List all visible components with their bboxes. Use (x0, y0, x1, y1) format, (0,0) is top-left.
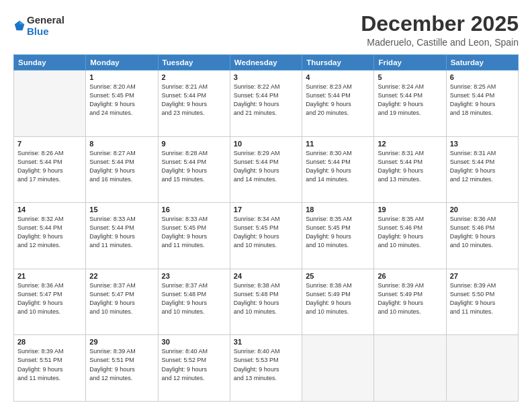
table-row (374, 335, 446, 402)
day-info: Sunrise: 8:37 AM Sunset: 5:47 PM Dayligh… (89, 281, 154, 316)
month-title: December 2025 (361, 12, 519, 36)
table-row: 5Sunrise: 8:24 AM Sunset: 5:44 PM Daylig… (374, 71, 446, 137)
table-row: 29Sunrise: 8:39 AM Sunset: 5:51 PM Dayli… (86, 335, 158, 402)
day-info: Sunrise: 8:39 AM Sunset: 5:51 PM Dayligh… (17, 347, 82, 382)
table-row: 20Sunrise: 8:36 AM Sunset: 5:46 PM Dayli… (446, 203, 518, 269)
table-row: 10Sunrise: 8:29 AM Sunset: 5:44 PM Dayli… (230, 136, 302, 203)
day-info: Sunrise: 8:39 AM Sunset: 5:49 PM Dayligh… (378, 281, 442, 316)
day-number: 17 (234, 205, 298, 214)
day-info: Sunrise: 8:26 AM Sunset: 5:44 PM Dayligh… (17, 149, 82, 184)
calendar-table: Sunday Monday Tuesday Wednesday Thursday… (13, 54, 519, 402)
day-number: 11 (306, 140, 370, 148)
calendar-week-row: 21Sunrise: 8:36 AM Sunset: 5:47 PM Dayli… (14, 269, 519, 335)
table-row: 19Sunrise: 8:35 AM Sunset: 5:46 PM Dayli… (374, 203, 446, 269)
table-row: 15Sunrise: 8:33 AM Sunset: 5:44 PM Dayli… (86, 203, 158, 269)
day-info: Sunrise: 8:37 AM Sunset: 5:48 PM Dayligh… (162, 281, 226, 316)
day-number: 23 (162, 272, 226, 280)
day-number: 8 (89, 140, 154, 148)
day-number: 28 (17, 338, 82, 346)
day-info: Sunrise: 8:40 AM Sunset: 5:53 PM Dayligh… (234, 347, 298, 382)
day-info: Sunrise: 8:28 AM Sunset: 5:44 PM Dayligh… (162, 149, 226, 184)
col-header-tuesday: Tuesday (158, 55, 230, 71)
day-number: 18 (306, 205, 370, 214)
day-number: 24 (234, 272, 298, 280)
table-row: 8Sunrise: 8:27 AM Sunset: 5:44 PM Daylig… (86, 136, 158, 203)
logo-general: General (27, 15, 64, 26)
day-info: Sunrise: 8:25 AM Sunset: 5:44 PM Dayligh… (450, 83, 515, 118)
table-row: 4Sunrise: 8:23 AM Sunset: 5:44 PM Daylig… (302, 71, 374, 137)
day-number: 4 (306, 73, 370, 81)
day-info: Sunrise: 8:38 AM Sunset: 5:49 PM Dayligh… (306, 281, 370, 316)
table-row (446, 335, 518, 402)
day-info: Sunrise: 8:30 AM Sunset: 5:44 PM Dayligh… (306, 149, 370, 184)
day-info: Sunrise: 8:35 AM Sunset: 5:46 PM Dayligh… (378, 215, 442, 250)
table-row: 18Sunrise: 8:35 AM Sunset: 5:45 PM Dayli… (302, 203, 374, 269)
day-info: Sunrise: 8:35 AM Sunset: 5:45 PM Dayligh… (306, 215, 370, 250)
day-info: Sunrise: 8:33 AM Sunset: 5:44 PM Dayligh… (89, 215, 154, 250)
calendar-week-row: 14Sunrise: 8:32 AM Sunset: 5:44 PM Dayli… (14, 203, 519, 269)
table-row: 23Sunrise: 8:37 AM Sunset: 5:48 PM Dayli… (158, 269, 230, 335)
header: General Blue December 2025 Maderuelo, Ca… (13, 12, 519, 48)
day-number: 22 (89, 272, 154, 280)
day-number: 6 (450, 73, 515, 81)
col-header-sunday: Sunday (14, 55, 86, 71)
table-row: 12Sunrise: 8:31 AM Sunset: 5:44 PM Dayli… (374, 136, 446, 203)
table-row: 13Sunrise: 8:31 AM Sunset: 5:44 PM Dayli… (446, 136, 518, 203)
day-number: 15 (89, 205, 154, 214)
table-row (302, 335, 374, 402)
col-header-wednesday: Wednesday (230, 55, 302, 71)
table-row: 11Sunrise: 8:30 AM Sunset: 5:44 PM Dayli… (302, 136, 374, 203)
day-number: 27 (450, 272, 515, 280)
day-number: 14 (17, 205, 82, 214)
day-info: Sunrise: 8:21 AM Sunset: 5:44 PM Dayligh… (162, 83, 226, 118)
day-number: 21 (17, 272, 82, 280)
title-block: December 2025 Maderuelo, Castille and Le… (361, 12, 519, 48)
calendar-week-row: 7Sunrise: 8:26 AM Sunset: 5:44 PM Daylig… (14, 136, 519, 203)
table-row (14, 71, 86, 137)
day-info: Sunrise: 8:39 AM Sunset: 5:51 PM Dayligh… (89, 347, 154, 382)
table-row: 24Sunrise: 8:38 AM Sunset: 5:48 PM Dayli… (230, 269, 302, 335)
day-info: Sunrise: 8:22 AM Sunset: 5:44 PM Dayligh… (234, 83, 298, 118)
table-row: 28Sunrise: 8:39 AM Sunset: 5:51 PM Dayli… (14, 335, 86, 402)
logo-blue: Blue (27, 26, 64, 38)
day-number: 12 (378, 140, 442, 148)
day-number: 16 (162, 205, 226, 214)
day-number: 30 (162, 338, 226, 346)
day-info: Sunrise: 8:36 AM Sunset: 5:47 PM Dayligh… (17, 281, 82, 316)
table-row: 16Sunrise: 8:33 AM Sunset: 5:45 PM Dayli… (158, 203, 230, 269)
day-number: 10 (234, 140, 298, 148)
day-number: 5 (378, 73, 442, 81)
table-row: 30Sunrise: 8:40 AM Sunset: 5:52 PM Dayli… (158, 335, 230, 402)
calendar-week-row: 28Sunrise: 8:39 AM Sunset: 5:51 PM Dayli… (14, 335, 519, 402)
day-number: 9 (162, 140, 226, 148)
day-info: Sunrise: 8:33 AM Sunset: 5:45 PM Dayligh… (162, 215, 226, 250)
day-number: 13 (450, 140, 515, 148)
day-number: 19 (378, 205, 442, 214)
day-info: Sunrise: 8:40 AM Sunset: 5:52 PM Dayligh… (162, 347, 226, 382)
day-number: 1 (89, 73, 154, 81)
day-info: Sunrise: 8:20 AM Sunset: 5:45 PM Dayligh… (89, 83, 154, 118)
table-row: 21Sunrise: 8:36 AM Sunset: 5:47 PM Dayli… (14, 269, 86, 335)
table-row: 17Sunrise: 8:34 AM Sunset: 5:45 PM Dayli… (230, 203, 302, 269)
calendar-week-row: 1Sunrise: 8:20 AM Sunset: 5:45 PM Daylig… (14, 71, 519, 137)
table-row: 25Sunrise: 8:38 AM Sunset: 5:49 PM Dayli… (302, 269, 374, 335)
day-number: 25 (306, 272, 370, 280)
table-row: 6Sunrise: 8:25 AM Sunset: 5:44 PM Daylig… (446, 71, 518, 137)
day-info: Sunrise: 8:29 AM Sunset: 5:44 PM Dayligh… (234, 149, 298, 184)
day-info: Sunrise: 8:39 AM Sunset: 5:50 PM Dayligh… (450, 281, 515, 316)
table-row: 22Sunrise: 8:37 AM Sunset: 5:47 PM Dayli… (86, 269, 158, 335)
table-row: 7Sunrise: 8:26 AM Sunset: 5:44 PM Daylig… (14, 136, 86, 203)
table-row: 3Sunrise: 8:22 AM Sunset: 5:44 PM Daylig… (230, 71, 302, 137)
col-header-friday: Friday (374, 55, 446, 71)
day-info: Sunrise: 8:34 AM Sunset: 5:45 PM Dayligh… (234, 215, 298, 250)
day-number: 29 (89, 338, 154, 346)
table-row: 27Sunrise: 8:39 AM Sunset: 5:50 PM Dayli… (446, 269, 518, 335)
table-row: 9Sunrise: 8:28 AM Sunset: 5:44 PM Daylig… (158, 136, 230, 203)
day-info: Sunrise: 8:23 AM Sunset: 5:44 PM Dayligh… (306, 83, 370, 118)
day-info: Sunrise: 8:32 AM Sunset: 5:44 PM Dayligh… (17, 215, 82, 250)
day-number: 26 (378, 272, 442, 280)
day-info: Sunrise: 8:31 AM Sunset: 5:44 PM Dayligh… (450, 149, 515, 184)
col-header-monday: Monday (86, 55, 158, 71)
day-number: 20 (450, 205, 515, 214)
page: General Blue December 2025 Maderuelo, Ca… (0, 0, 532, 411)
